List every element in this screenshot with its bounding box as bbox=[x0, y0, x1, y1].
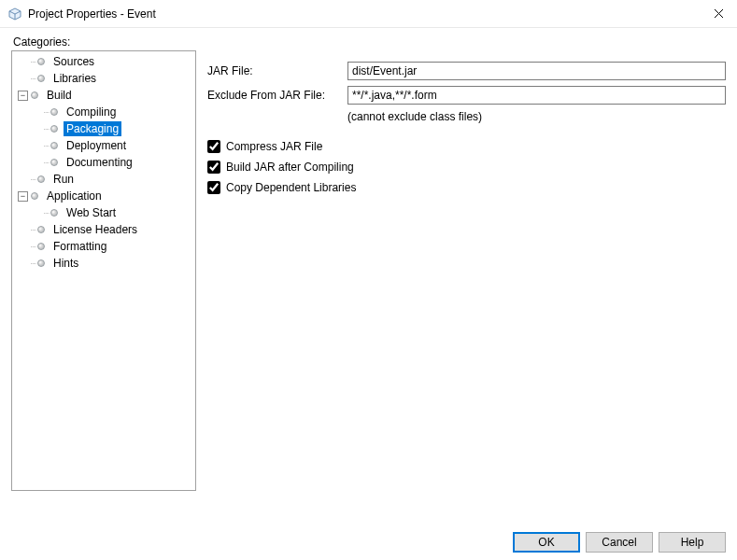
packaging-panel: JAR File: Exclude From JAR File: (cannot… bbox=[207, 50, 726, 491]
compress-jar-checkbox[interactable] bbox=[207, 140, 220, 153]
close-icon bbox=[714, 8, 724, 19]
tree-item-formatting[interactable]: ┈ Formatting bbox=[12, 238, 195, 255]
tree-item-deployment[interactable]: ┈ Deployment bbox=[12, 137, 195, 154]
jar-file-label: JAR File: bbox=[207, 64, 347, 77]
exclude-hint: (cannot exclude class files) bbox=[347, 110, 482, 123]
tree-item-libraries[interactable]: ┈ Libraries bbox=[12, 70, 195, 87]
tree-item-documenting[interactable]: ┈ Documenting bbox=[12, 154, 195, 171]
jar-file-input[interactable] bbox=[347, 62, 726, 80]
tree-item-build[interactable]: − Build bbox=[12, 87, 195, 104]
tree-item-run[interactable]: ┈ Run bbox=[12, 171, 195, 188]
copy-dependent-libs-checkbox[interactable] bbox=[207, 181, 220, 194]
help-button[interactable]: Help bbox=[659, 532, 726, 553]
close-button[interactable] bbox=[700, 0, 737, 28]
cancel-button[interactable]: Cancel bbox=[586, 532, 653, 553]
node-icon bbox=[37, 175, 45, 183]
dialog-button-bar: OK Cancel Help bbox=[513, 532, 726, 553]
expander-minus-icon[interactable]: − bbox=[18, 91, 28, 101]
exclude-label: Exclude From JAR File: bbox=[207, 89, 347, 102]
titlebar: Project Properties - Event bbox=[0, 0, 737, 28]
node-icon bbox=[37, 259, 45, 267]
node-icon bbox=[50, 142, 58, 149]
node-icon bbox=[37, 243, 45, 250]
tree-item-license-headers[interactable]: ┈ License Headers bbox=[12, 221, 195, 238]
tree-item-packaging[interactable]: ┈ Packaging bbox=[12, 120, 195, 137]
ok-button[interactable]: OK bbox=[513, 532, 580, 553]
tree-item-compiling[interactable]: ┈ Compiling bbox=[12, 104, 195, 120]
app-icon bbox=[7, 7, 22, 21]
expander-minus-icon[interactable]: − bbox=[18, 191, 28, 202]
tree-item-hints[interactable]: ┈ Hints bbox=[12, 255, 195, 272]
node-icon bbox=[37, 75, 45, 82]
exclude-input[interactable] bbox=[347, 86, 726, 105]
node-icon bbox=[31, 192, 38, 200]
tree-item-sources[interactable]: ┈ Sources bbox=[12, 53, 195, 70]
copy-dependent-libs-label[interactable]: Copy Dependent Libraries bbox=[226, 181, 356, 194]
node-icon bbox=[37, 226, 45, 233]
node-icon bbox=[50, 209, 58, 217]
compress-jar-label[interactable]: Compress JAR File bbox=[226, 140, 322, 153]
node-icon bbox=[37, 58, 45, 65]
node-icon bbox=[50, 125, 58, 133]
node-icon bbox=[31, 91, 38, 99]
categories-label: Categories: bbox=[13, 35, 726, 49]
categories-tree[interactable]: ┈ Sources ┈ Libraries − Build bbox=[11, 50, 196, 491]
build-after-compiling-label[interactable]: Build JAR after Compiling bbox=[226, 161, 354, 174]
tree-item-web-start[interactable]: ┈ Web Start bbox=[12, 204, 195, 221]
tree-item-application[interactable]: − Application bbox=[12, 188, 195, 204]
build-after-compiling-checkbox[interactable] bbox=[207, 161, 220, 174]
window-title: Project Properties - Event bbox=[28, 7, 700, 21]
node-icon bbox=[50, 159, 58, 166]
node-icon bbox=[50, 108, 58, 116]
